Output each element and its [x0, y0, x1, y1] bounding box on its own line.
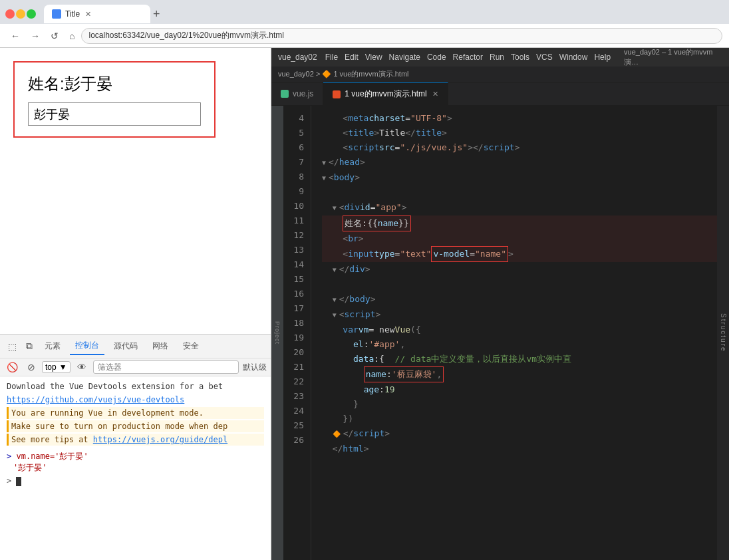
devtools-toolbar: ⬚ ⧉ 元素 控制台 源代码 网络 安全: [0, 335, 271, 358]
ide-menu-view[interactable]: View: [365, 53, 382, 62]
forward-button[interactable]: →: [27, 29, 44, 43]
code-line-12: <br>: [322, 231, 717, 246]
vue-devtools-link[interactable]: https://github.com/vuejs/vue-devtools: [7, 395, 184, 404]
code-line-11: 姓名:{{name}}: [322, 215, 717, 231]
minimize-button[interactable]: [16, 9, 25, 19]
ln-10: 10: [283, 199, 304, 213]
console-clear-button[interactable]: 🚫: [4, 360, 21, 374]
ide-tabs-bar: vue.js 1 vue的mvvm演示.html ✕: [271, 82, 729, 106]
code-line-14: ▼</div>: [322, 262, 717, 277]
devtools-top-bar: 🚫 ⊘ top ▼ 👁 默认级: [0, 358, 271, 376]
line-numbers: 4 5 6 7 8 9 10 11 12 13 14 15 16 17 18 1…: [283, 106, 311, 560]
browser-tab-active[interactable]: Title ✕: [44, 5, 150, 23]
ide-tab-html[interactable]: 1 vue的mvvm演示.html ✕: [323, 82, 448, 106]
code-line-9: [322, 186, 717, 200]
ide-menu-vcs[interactable]: VCS: [536, 53, 553, 62]
ide-menu-tools[interactable]: Tools: [511, 53, 529, 62]
code-area-wrapper: Project 4 5 6 7 8 9 10 11 12 13 14 15 16…: [271, 106, 729, 560]
maximize-button[interactable]: [27, 9, 36, 19]
code-line-26: </html>: [322, 442, 717, 456]
ln-14: 14: [283, 257, 304, 272]
console-line-2: https://github.com/vuejs/vue-devtools: [7, 394, 264, 406]
eye-button[interactable]: 👁: [74, 360, 89, 374]
window-controls: [5, 9, 37, 19]
vuejs-guide-link[interactable]: https://vuejs.org/guide/depl: [93, 435, 227, 444]
code-line-5: <title>Title</title>: [322, 126, 717, 140]
code-line-13: <input type="text" v-model="name">: [322, 246, 717, 262]
ln-7: 7: [283, 155, 304, 170]
address-bar: ← → ↺ ⌂: [0, 24, 729, 48]
ln-25: 25: [283, 418, 304, 433]
console-output: Download the Vue Devtools extension for …: [0, 376, 271, 560]
ln-4: 4: [283, 111, 304, 126]
new-tab-button[interactable]: +: [153, 7, 160, 21]
ide-tab-close-icon[interactable]: ✕: [432, 90, 438, 98]
ide-tab-vuejs[interactable]: vue.js: [271, 82, 323, 106]
code-line-15: [322, 277, 717, 292]
ide-menu-navigate[interactable]: Navigate: [389, 53, 420, 62]
cursor-icon: [16, 477, 21, 486]
tab-network[interactable]: 网络: [147, 338, 174, 354]
top-label: top: [45, 362, 57, 372]
url-input[interactable]: [81, 28, 722, 44]
ln-16: 16: [283, 287, 304, 301]
top-selector[interactable]: top ▼: [42, 361, 71, 373]
ide-menu-help[interactable]: Help: [594, 53, 611, 62]
tab-source[interactable]: 源代码: [108, 338, 143, 354]
reload-button[interactable]: ↺: [47, 29, 63, 43]
highlight-box-13: v-model="name": [431, 246, 508, 262]
console-filter-button[interactable]: ⊘: [25, 360, 38, 374]
inspect-element-button[interactable]: ⬚: [5, 340, 19, 353]
name-input[interactable]: [28, 102, 201, 126]
code-line-21: name:'桥豆麻袋',: [322, 366, 717, 382]
breadcrumb-project: vue_day02: [278, 70, 314, 78]
code-line-7: ▼</head>: [322, 155, 717, 170]
ide-menu-edit[interactable]: Edit: [345, 53, 359, 62]
breadcrumb-bar: vue_day02 > 🔶 1 vue的mvvm演示.html: [271, 67, 729, 82]
ln-11: 11: [283, 213, 304, 228]
tab-close-icon[interactable]: ✕: [85, 10, 91, 19]
vue-file-icon: [281, 90, 289, 98]
code-line-4: <meta charset="UTF-8">: [322, 111, 717, 126]
tab-favicon-icon: [52, 9, 61, 19]
device-toggle-button[interactable]: ⧉: [23, 339, 35, 353]
console-code: vm.name='彭于晏': [16, 452, 88, 461]
structure-bar[interactable]: Structure: [717, 106, 729, 560]
ln-20: 20: [283, 345, 304, 360]
code-line-16: ▼</body>: [322, 292, 717, 307]
ln-26: 26: [283, 433, 304, 448]
ln-15: 15: [283, 272, 304, 287]
ide-tab-html-label: 1 vue的mvvm演示.html: [345, 88, 426, 100]
close-button[interactable]: [5, 9, 15, 19]
ide-titlebar: vue_day02 File Edit View Navigate Code R…: [271, 48, 729, 67]
tab-security[interactable]: 安全: [178, 338, 204, 354]
code-line-8: ▼<body>: [322, 170, 717, 186]
browser-chrome: Title ✕ + ← → ↺ ⌂: [0, 0, 729, 48]
back-button[interactable]: ←: [7, 29, 24, 43]
ln-6: 6: [283, 140, 304, 155]
console-block-vm: > vm.name='彭于晏' '彭于晏' >: [7, 451, 264, 486]
project-sidebar-strip[interactable]: Project: [271, 106, 283, 560]
vue-demo-box: 姓名:彭于晏: [13, 61, 216, 138]
code-line-18: var vm = new Vue({: [322, 323, 717, 337]
ide-menu-code[interactable]: Code: [427, 53, 446, 62]
tab-bar: Title ✕ +: [0, 0, 729, 24]
ide-title: vue_day02: [278, 53, 317, 62]
ln-19: 19: [283, 331, 304, 345]
ln-21: 21: [283, 360, 304, 374]
console-filter-input[interactable]: [93, 360, 239, 374]
home-button[interactable]: ⌂: [65, 29, 78, 43]
breadcrumb-file: 🔶 1 vue的mvvm演示.html: [322, 70, 408, 78]
devtools-panel: ⬚ ⧉ 元素 控制台 源代码 网络 安全 🚫 ⊘ top ▼ 👁 默认级: [0, 334, 271, 560]
ln-24: 24: [283, 404, 304, 418]
tab-elements[interactable]: 元素: [39, 338, 66, 354]
ide-menu-run[interactable]: Run: [490, 53, 504, 62]
ide-menu-window[interactable]: Window: [559, 53, 588, 62]
ide-menu-file[interactable]: File: [325, 53, 338, 62]
ln-12: 12: [283, 228, 304, 243]
ln-22: 22: [283, 374, 304, 389]
viewport-content: 姓名:彭于晏: [0, 48, 271, 334]
tab-console[interactable]: 控制台: [70, 337, 104, 355]
main-area: 姓名:彭于晏 ⬚ ⧉ 元素 控制台 源代码 网络 安全 🚫 ⊘ top ▼: [0, 48, 729, 560]
ide-menu-refactor[interactable]: Refactor: [453, 53, 483, 62]
